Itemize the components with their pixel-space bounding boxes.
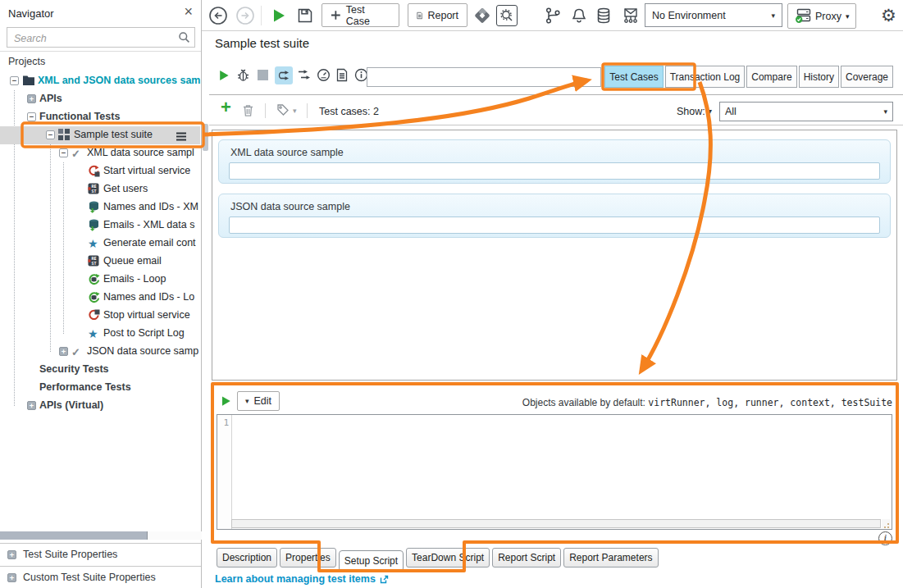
tree-item-generate-email-cont[interactable]: ★Generate email cont bbox=[0, 235, 200, 253]
run-button[interactable] bbox=[271, 7, 287, 24]
test-case-card-xml-data-source-sample[interactable]: XML data source sample bbox=[218, 139, 891, 184]
save-icon[interactable] bbox=[297, 7, 313, 24]
forward-button[interactable] bbox=[235, 6, 255, 25]
proxy-server-icon bbox=[795, 8, 811, 24]
expand-icon[interactable]: + bbox=[7, 550, 16, 559]
tab-setup-script[interactable]: Setup Script bbox=[339, 550, 404, 572]
collapse-icon[interactable]: − bbox=[27, 112, 36, 121]
report-button[interactable]: Report bbox=[408, 3, 467, 27]
tree-item-apis-virtual[interactable]: +APIs (Virtual) bbox=[0, 397, 200, 415]
tab-report-script[interactable]: Report Script bbox=[492, 548, 561, 567]
run-script-button[interactable] bbox=[220, 394, 232, 411]
navigator-horizontal-scrollbar[interactable] bbox=[0, 531, 202, 540]
tree-item-security-tests[interactable]: Security Tests bbox=[0, 361, 200, 379]
item-menu-icon[interactable] bbox=[176, 130, 187, 145]
tree-item-functional-tests[interactable]: −Functional Tests bbox=[0, 108, 200, 126]
section-custom-test-suite-properties[interactable]: +Custom Test Suite Properties bbox=[0, 566, 201, 588]
tab-transaction-log[interactable]: Transaction Log bbox=[665, 66, 746, 88]
add-test-case-button[interactable]: Test Case bbox=[322, 3, 399, 27]
tree-item-names-and-ids-lo[interactable]: Names and IDs - Lo bbox=[0, 289, 200, 307]
test-case-progress-bar bbox=[229, 217, 880, 234]
navigator-vertical-scrollbar-thumb[interactable] bbox=[203, 124, 208, 151]
tab-properties[interactable]: Properties bbox=[280, 548, 336, 567]
tree-item-queue-email[interactable]: RESTQueue email bbox=[0, 253, 200, 271]
expand-icon[interactable]: + bbox=[27, 94, 36, 103]
show-chevron-down-icon[interactable]: ▾ bbox=[708, 107, 712, 116]
scrollbar-thumb[interactable] bbox=[147, 531, 202, 540]
tree-item-label: APIs bbox=[39, 93, 62, 104]
tab-history[interactable]: History bbox=[799, 66, 839, 88]
tree-item-apis[interactable]: +APIs bbox=[0, 90, 200, 108]
tree-item-xml-and-json-data-sources-sam[interactable]: −XML and JSON data sources sam bbox=[0, 72, 200, 90]
tree-item-xml-data-source-sampl[interactable]: −✓XML data source sampl bbox=[0, 144, 200, 162]
tree-item-json-data-source-samp[interactable]: +✓JSON data source samp bbox=[0, 343, 200, 361]
vstart-icon bbox=[88, 165, 101, 178]
tab-test-cases[interactable]: Test Cases bbox=[604, 66, 663, 88]
jira-icon[interactable] bbox=[473, 7, 491, 25]
test-case-card-json-data-source-sample[interactable]: JSON data source sample bbox=[218, 194, 891, 238]
tab-coverage[interactable]: Coverage bbox=[841, 66, 893, 88]
tree-item-post-to-script-log[interactable]: ★Post to Script Log bbox=[0, 325, 200, 343]
collapse-icon[interactable]: − bbox=[46, 130, 55, 139]
tree-item-sample-test-suite[interactable]: −Sample test suite bbox=[0, 126, 200, 144]
add-test-case-label: Test Case bbox=[346, 4, 390, 27]
tab-report-parameters[interactable]: Report Parameters bbox=[563, 548, 658, 567]
stop-button[interactable] bbox=[258, 70, 268, 80]
show-filter-select[interactable]: All▾ bbox=[719, 102, 893, 121]
settings-gear-icon[interactable]: ⚙ bbox=[881, 5, 896, 26]
discover-api-icon[interactable] bbox=[496, 5, 518, 26]
debug-bug-icon[interactable] bbox=[236, 68, 250, 82]
collapse-icon[interactable]: − bbox=[10, 76, 19, 85]
back-button[interactable] bbox=[208, 6, 228, 25]
rest-icon: REST bbox=[88, 183, 101, 196]
collapse-icon[interactable]: − bbox=[59, 148, 68, 157]
search-box bbox=[7, 27, 195, 48]
toolbar-separator bbox=[307, 103, 308, 118]
environment-select[interactable]: No Environment▾ bbox=[645, 3, 782, 27]
navigator-title: Navigator bbox=[8, 7, 54, 20]
expand-icon[interactable]: + bbox=[59, 347, 68, 356]
svg-text:ST: ST bbox=[92, 189, 97, 194]
notifications-bell-icon[interactable] bbox=[571, 7, 587, 24]
tree-item-get-users[interactable]: RESTGet users bbox=[0, 180, 200, 198]
proxy-button[interactable]: Proxy▾ bbox=[787, 3, 856, 29]
add-test-case-icon[interactable]: + bbox=[221, 98, 231, 116]
run-parallel-icon[interactable] bbox=[297, 68, 311, 81]
script-info-icon[interactable]: i bbox=[878, 531, 892, 545]
tree-item-emails-xml-data-s[interactable]: Emails - XML data s bbox=[0, 217, 200, 235]
tag-chevron-down-icon[interactable]: ▾ bbox=[293, 107, 297, 115]
run-sequential-icon[interactable] bbox=[275, 66, 293, 84]
tree-item-performance-tests[interactable]: Performance Tests bbox=[0, 379, 200, 397]
line-number: 1 bbox=[223, 417, 229, 428]
show-filter-value: All bbox=[725, 106, 737, 117]
tree-item-names-and-ids-xm[interactable]: Names and IDs - XM bbox=[0, 198, 200, 217]
run-test-suite-button[interactable] bbox=[217, 69, 230, 82]
edit-script-button[interactable]: ▾Edit bbox=[237, 391, 280, 411]
editor-horizontal-scrollbar[interactable] bbox=[231, 519, 881, 528]
close-icon[interactable]: × bbox=[184, 3, 193, 20]
vstop-icon bbox=[88, 309, 101, 322]
tab-teardown-script[interactable]: TearDown Script bbox=[406, 548, 490, 567]
create-report-icon[interactable] bbox=[336, 68, 348, 82]
suite-search-input[interactable] bbox=[367, 67, 601, 87]
section-test-suite-properties[interactable]: +Test Suite Properties bbox=[0, 543, 201, 566]
tree-item-emails-loop[interactable]: Emails - Loop bbox=[0, 271, 200, 289]
tag-icon[interactable] bbox=[276, 103, 290, 116]
tree-item-start-virtual-service[interactable]: Start virtual service bbox=[0, 162, 200, 180]
tree-item-label: Names and IDs - XM bbox=[103, 201, 198, 212]
loop-icon bbox=[88, 291, 101, 304]
resize-grip-icon[interactable] bbox=[882, 519, 891, 528]
expand-icon[interactable]: + bbox=[27, 401, 36, 410]
delete-trash-icon[interactable] bbox=[242, 103, 254, 117]
database-icon[interactable] bbox=[596, 7, 611, 24]
email-share-icon[interactable] bbox=[622, 7, 640, 24]
timer-gauge-icon[interactable] bbox=[317, 68, 331, 82]
expand-icon[interactable]: + bbox=[7, 573, 16, 582]
script-editor[interactable]: 1 bbox=[217, 414, 892, 530]
search-input[interactable] bbox=[12, 30, 171, 47]
tab-description[interactable]: Description bbox=[217, 548, 277, 567]
learn-link[interactable]: Learn about managing test items bbox=[215, 573, 389, 585]
tab-compare[interactable]: Compare bbox=[746, 66, 796, 88]
tree-item-stop-virtual-service[interactable]: Stop virtual service bbox=[0, 307, 200, 325]
git-branch-icon[interactable] bbox=[544, 7, 562, 25]
